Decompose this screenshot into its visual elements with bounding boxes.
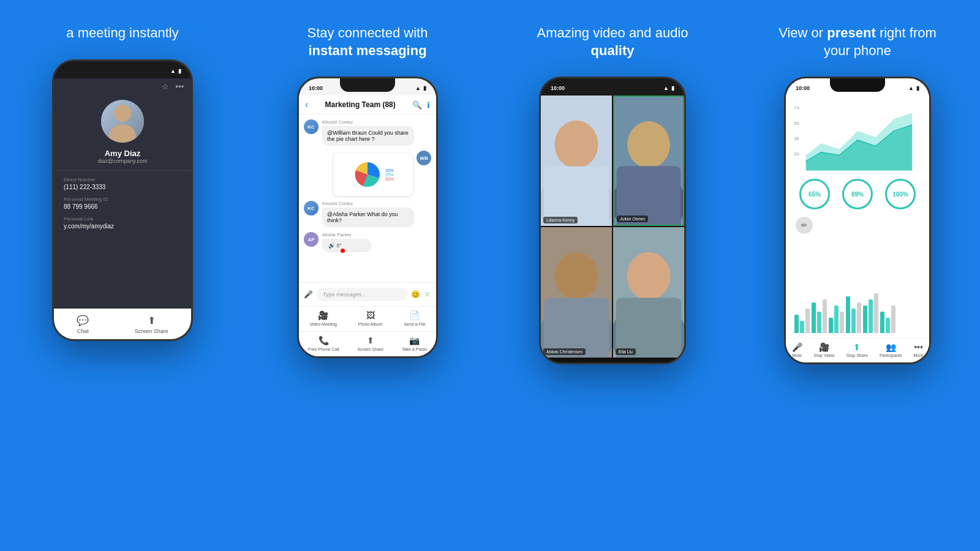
- stat-value-1: 65%: [809, 191, 821, 198]
- photo-album-label: Photo Album: [358, 322, 383, 326]
- wifi-icon-3: ▲: [663, 85, 669, 91]
- search-icon[interactable]: 🔍: [412, 100, 422, 110]
- phone-1-notch: [95, 61, 150, 75]
- svg-text:20: 20: [794, 151, 799, 157]
- status-time-3: 10:00: [551, 85, 565, 91]
- take-photo-action[interactable]: 📷 Take a Photo: [402, 335, 427, 351]
- chat-label: Chat: [77, 328, 89, 334]
- phone4-toolbar: 🎤 Mute 🎥 Stop Video ⬆ Stop Share 👥 Parti…: [786, 338, 929, 362]
- bar-2c: [823, 299, 827, 333]
- video-meeting-icon: 🎥: [318, 310, 328, 320]
- stat-value-2: 89%: [851, 191, 864, 198]
- bar-2a: [812, 302, 816, 333]
- svg-text:56: 56: [794, 121, 799, 126]
- bar-2b: [817, 312, 821, 333]
- star-icon[interactable]: ☆: [162, 82, 169, 91]
- phone-3-notch: [585, 78, 640, 92]
- unread-dot: [341, 249, 345, 253]
- panel-2-title: Stay connected with instant messaging: [307, 24, 428, 59]
- direct-number-label: Direct Number: [64, 177, 181, 182]
- message-1: KC Khushi Cortez @William Braun Could yo…: [304, 119, 431, 146]
- bar-group-2: [812, 299, 827, 333]
- wifi-icon-2: ▲: [415, 85, 421, 91]
- status-icons-4: ▲ ▮: [908, 85, 919, 91]
- svg-point-0: [114, 105, 131, 122]
- panel-3-title-text: Amazing video and audio quality: [537, 25, 688, 58]
- take-photo-label: Take a Photo: [402, 347, 427, 351]
- send-icon[interactable]: ✕: [424, 290, 431, 299]
- mute-action[interactable]: 🎤 Mute: [792, 342, 802, 358]
- typing-dot-1: 🔊: [328, 242, 335, 249]
- phone1-avatar: [101, 100, 144, 143]
- panel-1-title-text: a meeting instantly: [66, 25, 178, 40]
- chat-messages: KC Khushi Cortez @William Braun Could yo…: [299, 114, 436, 282]
- status-icons-3: ▲ ▮: [663, 85, 674, 91]
- phone1-content: ☆ ••• Amy Diaz diaz@company.com Direct N…: [54, 78, 191, 339]
- video-cell-2: Julian Obrien: [613, 96, 684, 226]
- mute-label: Mute: [792, 353, 802, 358]
- bar-group-5: [863, 293, 878, 333]
- typing-indicator: 🔊 8": [322, 239, 371, 252]
- msg-sender-4: Alisha Parker: [322, 232, 431, 238]
- input-placeholder: Type messages...: [323, 291, 366, 298]
- bar-1b: [800, 321, 804, 333]
- screen-share-icon: ⬆: [367, 335, 374, 345]
- more-icon[interactable]: •••: [175, 82, 184, 91]
- send-file-action[interactable]: 📄 Send a File: [404, 310, 425, 326]
- phone1-info: Direct Number (111) 222-3333 Personal Me…: [54, 171, 191, 242]
- info-icon[interactable]: ℹ: [427, 100, 430, 110]
- phone-2-notch: [340, 78, 395, 92]
- chat-actions-2: 📞 Free Phone Call ⬆ Screen Share 📷 Take …: [299, 331, 436, 356]
- phone-1: ▲ ▮ ☆ ••• Amy Diaz diaz@company.com: [52, 59, 193, 341]
- contact-email: diaz@company.com: [54, 158, 191, 164]
- status-time-4: 10:00: [796, 85, 810, 91]
- msg-bubble-3: @Alisha Parker What do you think?: [322, 208, 414, 227]
- more-label: More: [914, 353, 924, 358]
- screenshare-action[interactable]: ⬆ Screen Share: [135, 315, 168, 334]
- stop-video-icon: 🎥: [819, 342, 829, 352]
- stop-video-action[interactable]: 🎥 Stop Video: [814, 342, 835, 358]
- battery-icon-4: ▮: [916, 85, 919, 91]
- bar-group-4: [846, 296, 861, 333]
- personal-link-value: y.com/my/amydiaz: [64, 223, 181, 230]
- screenshare-icon: ⬆: [148, 315, 156, 326]
- name-tag-4: Ella Liu: [616, 348, 636, 355]
- message-input[interactable]: Type messages...: [317, 288, 407, 301]
- edit-button[interactable]: ✏: [796, 217, 813, 234]
- mic-icon[interactable]: 🎤: [304, 290, 313, 299]
- more-action[interactable]: ••• More: [914, 342, 924, 358]
- stop-video-label: Stop Video: [814, 353, 835, 358]
- back-icon[interactable]: ‹: [305, 99, 308, 110]
- send-file-label: Send a File: [404, 322, 425, 326]
- msg-sender-3: Khushi Cortez: [322, 201, 431, 206]
- chart-area: 74 56 38 20 65%: [786, 96, 929, 338]
- bar-4a: [846, 296, 850, 333]
- photo-album-icon: 🖼: [366, 310, 375, 320]
- chat-input-area: 🎤 Type messages... 😊 ✕: [299, 282, 436, 306]
- circles-row: 65% 89% 100%: [791, 174, 924, 214]
- stop-share-action[interactable]: ⬆ Stop Share: [846, 342, 868, 358]
- bar-6a: [880, 312, 884, 333]
- status-icons-2: ▲ ▮: [415, 85, 426, 91]
- battery-icon: ▮: [178, 68, 181, 74]
- video-meeting-action[interactable]: 🎥 Video Meeting: [309, 310, 337, 326]
- participants-action[interactable]: 👥 Participants: [880, 342, 902, 358]
- mute-icon: 🎤: [792, 342, 802, 352]
- panel-3: Amazing video and audio quality 10:00 ▲ …: [490, 0, 735, 551]
- phone-call-action[interactable]: 📞 Free Phone Call: [308, 335, 339, 351]
- pie-chart-msg: 35% 25% 30%: [333, 153, 413, 196]
- video-meeting-label: Video Meeting: [309, 322, 337, 326]
- stat-value-3: 100%: [892, 191, 908, 198]
- photo-album-action[interactable]: 🖼 Photo Album: [358, 310, 383, 326]
- emoji-icon[interactable]: 😊: [411, 290, 420, 299]
- msg-avatar-3: KC: [304, 201, 318, 216]
- status-time-2: 10:00: [309, 85, 323, 91]
- svg-point-12: [555, 252, 598, 300]
- panel-3-title: Amazing video and audio quality: [527, 24, 698, 59]
- panel-2-title-normal: Stay connected with: [307, 25, 428, 40]
- chat-action[interactable]: 💬 Chat: [77, 315, 89, 334]
- video-cell-1: Lilianna Kenny: [541, 96, 612, 226]
- screen-share-action[interactable]: ⬆ Screen Share: [357, 335, 383, 351]
- participants-label: Participants: [880, 353, 902, 358]
- msg-avatar-right: WB: [417, 151, 431, 165]
